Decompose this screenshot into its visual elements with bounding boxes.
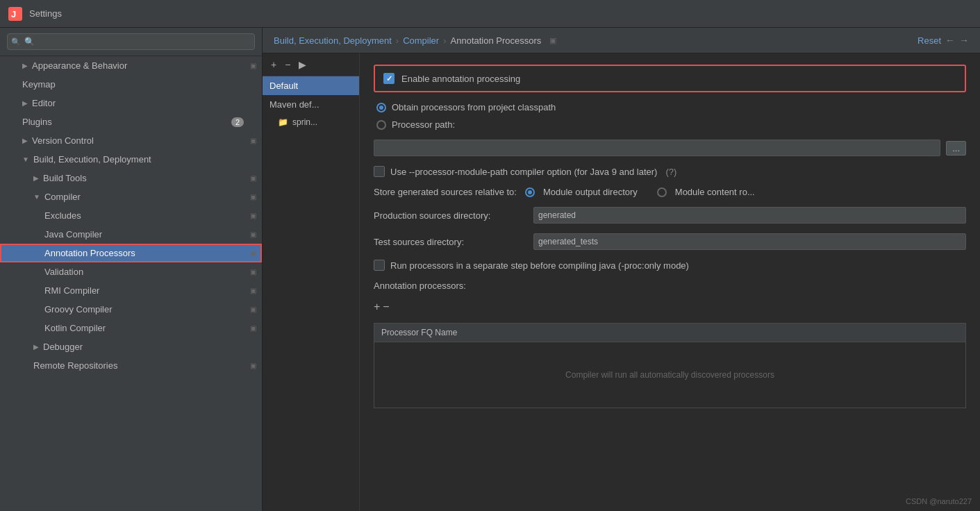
breadcrumb-toggle-icon[interactable]: ▣ xyxy=(549,36,556,45)
profile-item-label: Default xyxy=(269,81,298,91)
breadcrumb-sep2: › xyxy=(443,35,446,46)
module-path-option-row: Use --processor-module-path compiler opt… xyxy=(374,166,966,177)
table-empty-text: Compiler will run all automatically disc… xyxy=(565,370,774,380)
expand-profile-button[interactable]: ▶ xyxy=(296,58,309,72)
titlebar: J Settings xyxy=(0,0,980,28)
bookmark-icon: ▣ xyxy=(250,212,256,219)
sidebar-item-keymap[interactable]: Keymap xyxy=(0,75,262,94)
nav-back-button[interactable]: ← xyxy=(945,35,955,46)
sidebar-item-label: Remote Repositories xyxy=(33,360,117,371)
help-icon: (?) xyxy=(665,167,676,177)
sidebar-item-label: Annotation Processors xyxy=(44,248,135,258)
use-module-path-label: Use --processor-module-path compiler opt… xyxy=(390,167,657,177)
breadcrumb-part2[interactable]: Compiler xyxy=(403,35,439,46)
bookmark-icon: ▣ xyxy=(250,268,256,276)
processor-path-row-radio: Processor path: xyxy=(376,119,966,130)
sidebar: ▶ Appearance & Behavior ▣ Keymap ▶ Edito… xyxy=(0,28,263,511)
sidebar-item-debugger[interactable]: ▶ Debugger xyxy=(0,337,262,356)
expand-icon: ▶ xyxy=(22,62,28,69)
sidebar-item-version-control[interactable]: ▶ Version Control ▣ xyxy=(0,131,262,150)
use-module-path-checkbox[interactable] xyxy=(374,166,385,177)
profile-list: Default Maven def... 📁 sprin... xyxy=(263,76,359,511)
bookmark-icon: ▣ xyxy=(250,287,256,294)
sidebar-item-remote-repos[interactable]: Remote Repositories ▣ xyxy=(0,356,262,375)
sidebar-item-label: Build, Execution, Deployment xyxy=(33,154,151,165)
sidebar-content: ▶ Appearance & Behavior ▣ Keymap ▶ Edito… xyxy=(0,56,262,511)
processor-path-input[interactable] xyxy=(374,140,940,156)
titlebar-title: Settings xyxy=(29,8,62,19)
add-annotation-button[interactable]: + xyxy=(374,301,380,313)
module-content-radio[interactable] xyxy=(657,187,667,197)
sidebar-item-build-tools[interactable]: ▶ Build Tools ▣ xyxy=(0,169,262,187)
sidebar-item-compiler[interactable]: ▼ Compiler ▣ xyxy=(0,187,262,206)
sidebar-item-java-compiler[interactable]: Java Compiler ▣ xyxy=(0,225,262,244)
profile-toolbar: + − ▶ xyxy=(263,53,359,76)
reset-button[interactable]: Reset xyxy=(917,35,941,46)
folder-icon: 📁 xyxy=(278,117,288,127)
settings-panel: Enable annotation processing Obtain proc… xyxy=(360,53,980,511)
remove-profile-button[interactable]: − xyxy=(282,58,293,72)
production-sources-row: Production sources directory: xyxy=(374,207,966,224)
enable-annotation-checkbox[interactable] xyxy=(383,73,395,84)
sidebar-item-label: Compiler xyxy=(44,192,81,202)
sidebar-item-editor[interactable]: ▶ Editor xyxy=(0,94,262,112)
sidebar-item-groovy-compiler[interactable]: Groovy Compiler ▣ xyxy=(0,300,262,319)
expand-icon: ▼ xyxy=(22,156,29,163)
remove-annotation-button[interactable]: − xyxy=(383,301,389,313)
sidebar-item-label: Appearance & Behavior xyxy=(32,60,127,71)
nav-forward-button[interactable]: → xyxy=(959,35,969,46)
profile-item-maven[interactable]: Maven def... xyxy=(263,95,359,114)
module-content-label: Module content ro... xyxy=(675,187,755,197)
table-empty-message: Compiler will run all automatically disc… xyxy=(374,342,966,408)
sidebar-item-kotlin-compiler[interactable]: Kotlin Compiler ▣ xyxy=(0,319,262,337)
browse-button[interactable]: ... xyxy=(946,141,966,156)
search-input[interactable] xyxy=(7,33,255,50)
bookmark-icon: ▣ xyxy=(250,362,256,369)
bookmark-icon: ▣ xyxy=(250,324,256,332)
sidebar-item-label: Groovy Compiler xyxy=(44,304,113,315)
source-radio-group: Obtain processors from project classpath… xyxy=(374,102,966,130)
breadcrumb-sep1: › xyxy=(396,35,399,46)
bookmark-icon: ▣ xyxy=(250,231,256,238)
annotation-toolbar: + − xyxy=(374,301,966,313)
processor-path-label: Processor path: xyxy=(392,119,455,130)
sidebar-item-rmi-compiler[interactable]: RMI Compiler ▣ xyxy=(0,281,262,300)
breadcrumb-current: Annotation Processors xyxy=(451,35,542,46)
module-output-radio[interactable] xyxy=(525,187,535,197)
test-sources-input[interactable] xyxy=(533,233,966,250)
breadcrumb-part1[interactable]: Build, Execution, Deployment xyxy=(274,35,392,46)
run-processors-label: Run processors in a separate step before… xyxy=(390,260,689,271)
production-sources-label: Production sources directory: xyxy=(374,210,526,221)
bookmark-icon: ▣ xyxy=(250,305,256,313)
production-sources-input[interactable] xyxy=(533,207,966,224)
plugins-badge: 2 xyxy=(231,117,244,127)
store-sources-label: Store generated sources relative to: xyxy=(374,187,517,197)
sidebar-item-label: Kotlin Compiler xyxy=(44,323,106,333)
processor-path-input-row: ... xyxy=(374,140,966,156)
bookmark-icon: ▣ xyxy=(250,249,256,257)
test-sources-row: Test sources directory: xyxy=(374,233,966,250)
run-processors-row: Run processors in a separate step before… xyxy=(374,260,966,271)
sidebar-item-annotation-processors[interactable]: Annotation Processors ▣ xyxy=(0,244,262,262)
sidebar-item-plugins[interactable]: Plugins 2 xyxy=(0,112,262,131)
profile-item-label: Maven def... xyxy=(269,99,319,110)
sidebar-item-excludes[interactable]: Excludes ▣ xyxy=(0,206,262,225)
search-bar xyxy=(0,28,262,56)
annotation-processors-label: Annotation processors: xyxy=(374,280,466,291)
profile-item-default[interactable]: Default xyxy=(263,76,359,95)
sidebar-item-validation[interactable]: Validation ▣ xyxy=(0,262,262,281)
sidebar-item-appearance[interactable]: ▶ Appearance & Behavior ▣ xyxy=(0,56,262,75)
expand-icon: ▶ xyxy=(33,343,39,351)
processor-path-radio[interactable] xyxy=(376,120,386,130)
obtain-processors-row: Obtain processors from project classpath xyxy=(376,102,966,112)
sidebar-item-build-exec[interactable]: ▼ Build, Execution, Deployment xyxy=(0,150,262,169)
run-processors-checkbox[interactable] xyxy=(374,260,385,271)
bookmark-icon: ▣ xyxy=(250,62,256,69)
content-area: Build, Execution, Deployment › Compiler … xyxy=(263,28,980,511)
profile-subitem-spring[interactable]: 📁 sprin... xyxy=(272,114,359,131)
app-logo-icon: J xyxy=(8,7,22,21)
obtain-processors-radio[interactable] xyxy=(376,103,386,112)
sidebar-item-label: Version Control xyxy=(32,135,94,146)
add-profile-button[interactable]: + xyxy=(268,58,279,72)
bookmark-icon: ▣ xyxy=(250,193,256,201)
